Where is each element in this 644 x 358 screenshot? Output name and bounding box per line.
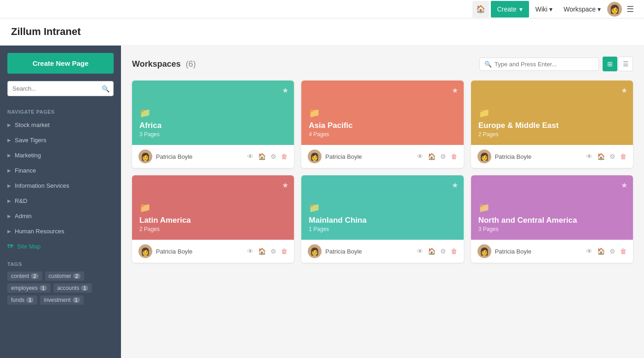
workspace-button[interactable]: Workspace ▾ <box>559 1 605 17</box>
grid-view-button[interactable]: ⊞ <box>603 57 617 71</box>
card-banner[interactable]: ★ 📁 Asia Pacific 4 Pages <box>301 81 463 145</box>
view-icon[interactable]: 👁 <box>247 153 253 160</box>
sidebar-item-human-resources[interactable]: ▶ Human Resources <box>0 224 121 239</box>
delete-icon[interactable]: 🗑 <box>451 248 457 255</box>
tag-funds[interactable]: funds 1 <box>7 295 37 305</box>
card-banner[interactable]: ★ 📁 Latin America 2 Pages <box>132 175 294 240</box>
card-banner[interactable]: ★ 📁 Europe & Middle East 2 Pages <box>471 81 633 145</box>
delete-icon[interactable]: 🗑 <box>281 153 288 160</box>
avatar[interactable]: 👩 <box>607 2 622 17</box>
tag-customer[interactable]: customer 2 <box>45 271 84 281</box>
workspace-arrow-icon: ▾ <box>598 6 601 13</box>
settings-icon[interactable]: ⚙ <box>440 248 446 255</box>
card-user: 👩 Patricia Boyle <box>477 244 531 258</box>
workspace-search-input[interactable] <box>494 61 594 68</box>
view-icon[interactable]: 👁 <box>586 153 592 160</box>
star-icon[interactable]: ★ <box>621 181 627 190</box>
settings-icon[interactable]: ⚙ <box>440 153 446 160</box>
sidebar: Create New Page 🔍 NAVIGATE PAGES ▶ Stock… <box>0 46 121 358</box>
view-icon[interactable]: 👁 <box>417 248 423 255</box>
tag-label: investment <box>44 297 70 303</box>
sidebar-item-finance[interactable]: ▶ Finance <box>0 163 121 178</box>
folder-icon: 📁 <box>478 107 626 118</box>
card-actions: 👁 🏠 ⚙ 🗑 <box>417 153 457 160</box>
tag-content[interactable]: content 2 <box>7 271 42 281</box>
settings-icon[interactable]: ⚙ <box>270 248 276 255</box>
tag-employees[interactable]: employees 1 <box>7 283 51 293</box>
home-icon[interactable]: 🏠 <box>597 248 605 255</box>
sidebar-item-save-tigers[interactable]: ▶ Save Tigers <box>0 133 121 148</box>
delete-icon[interactable]: 🗑 <box>281 248 288 255</box>
home-button[interactable]: 🏠 <box>472 1 489 17</box>
sidebar-item-label: Information Services <box>15 182 69 189</box>
folder-icon: 📁 <box>309 202 456 213</box>
folder-icon: 📁 <box>478 202 626 213</box>
chevron-right-icon: ▶ <box>7 183 11 188</box>
star-icon[interactable]: ★ <box>282 86 288 95</box>
ws-search-icon: 🔍 <box>484 61 492 68</box>
tag-investment[interactable]: investment 1 <box>40 295 83 305</box>
chevron-right-icon: ▶ <box>7 122 11 127</box>
tag-count: 2 <box>73 273 80 279</box>
wiki-label: Wiki <box>535 6 547 13</box>
view-icon[interactable]: 👁 <box>247 248 253 255</box>
chevron-right-icon: ▶ <box>7 198 11 203</box>
search-icon[interactable]: 🔍 <box>98 85 113 92</box>
sidebar-item-information-services[interactable]: ▶ Information Services <box>0 178 121 193</box>
settings-icon[interactable]: ⚙ <box>270 153 276 160</box>
avatar: 👩 <box>477 150 491 163</box>
card-banner[interactable]: ★ 📁 Mainland China 1 Pages <box>301 175 463 240</box>
star-icon[interactable]: ★ <box>621 86 627 95</box>
sidebar-item-r-and-d[interactable]: ▶ R&D <box>0 193 121 208</box>
wiki-button[interactable]: Wiki ▾ <box>531 1 557 17</box>
view-icon[interactable]: 👁 <box>586 248 592 255</box>
home-icon[interactable]: 🏠 <box>597 153 605 160</box>
delete-icon[interactable]: 🗑 <box>620 248 627 255</box>
card-title: Africa <box>139 121 287 130</box>
create-new-page-button[interactable]: Create New Page <box>7 53 114 74</box>
sidebar-item-marketing[interactable]: ▶ Marketing <box>0 148 121 163</box>
sidebar-item-stock-market[interactable]: ▶ Stock market <box>0 117 121 133</box>
search-input[interactable] <box>8 81 98 96</box>
delete-icon[interactable]: 🗑 <box>620 153 627 160</box>
delete-icon[interactable]: 🗑 <box>451 153 457 160</box>
site-map-link[interactable]: 🗺 Site Map <box>0 239 121 254</box>
home-icon[interactable]: 🏠 <box>258 248 266 255</box>
home-icon[interactable]: 🏠 <box>428 248 436 255</box>
star-icon[interactable]: ★ <box>282 181 288 190</box>
workspaces-controls: 🔍 ⊞ ☰ <box>479 57 633 71</box>
sidebar-item-admin[interactable]: ▶ Admin <box>0 208 121 224</box>
site-map-label: Site Map <box>17 243 40 250</box>
home-icon[interactable]: 🏠 <box>428 153 436 160</box>
home-icon[interactable]: 🏠 <box>258 153 266 160</box>
card-footer: 👩 Patricia Boyle 👁 🏠 ⚙ 🗑 <box>471 145 633 168</box>
card-title: North and Central America <box>478 216 626 225</box>
workspaces-header: Workspaces (6) 🔍 ⊞ ☰ <box>132 57 633 71</box>
star-icon[interactable]: ★ <box>452 86 458 95</box>
workspace-card-latin-america: ★ 📁 Latin America 2 Pages 👩 Patricia Boy… <box>132 175 294 263</box>
star-icon[interactable]: ★ <box>452 181 458 190</box>
settings-icon[interactable]: ⚙ <box>610 153 615 160</box>
tags-section: TAGS content 2customer 2employees 1accou… <box>0 254 121 312</box>
card-actions: 👁 🏠 ⚙ 🗑 <box>586 248 627 255</box>
card-title: Europe & Middle East <box>478 121 626 130</box>
settings-icon[interactable]: ⚙ <box>610 248 615 255</box>
workspaces-title: Workspaces (6) <box>132 59 196 69</box>
card-title: Mainland China <box>309 216 456 225</box>
card-pages: 3 Pages <box>478 226 626 232</box>
app-title: Zillum Intranet <box>11 26 633 38</box>
card-pages: 2 Pages <box>478 131 626 138</box>
card-actions: 👁 🏠 ⚙ 🗑 <box>247 153 288 160</box>
sidebar-item-label: Human Resources <box>15 228 64 235</box>
tag-accounts[interactable]: accounts 1 <box>53 283 92 293</box>
menu-icon[interactable]: ☰ <box>624 4 637 14</box>
main-content: Workspaces (6) 🔍 ⊞ ☰ ★ 📁 Africa 3 Pages <box>121 46 644 358</box>
card-banner[interactable]: ★ 📁 North and Central America 3 Pages <box>471 175 633 240</box>
card-banner[interactable]: ★ 📁 Africa 3 Pages <box>132 81 294 145</box>
view-icon[interactable]: 👁 <box>417 153 423 160</box>
avatar: 👩 <box>138 150 152 163</box>
chevron-right-icon: ▶ <box>7 153 11 158</box>
list-view-button[interactable]: ☰ <box>618 57 633 71</box>
card-username: Patricia Boyle <box>325 153 362 160</box>
create-button[interactable]: Create ▾ <box>491 1 529 17</box>
